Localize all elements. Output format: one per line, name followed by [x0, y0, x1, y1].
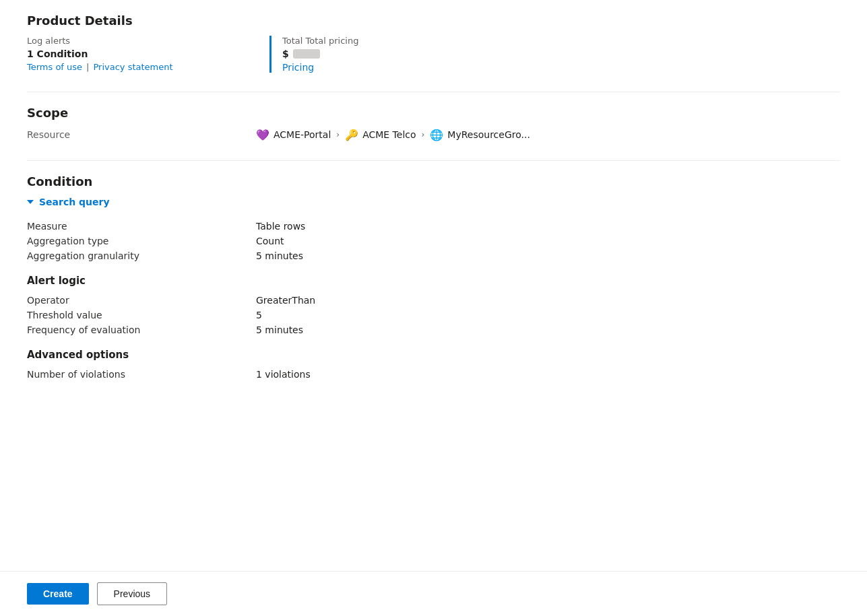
link-separator: |: [86, 62, 89, 72]
resource-label: Resource: [27, 129, 256, 140]
previous-button[interactable]: Previous: [97, 582, 167, 605]
operator-label: Operator: [27, 295, 256, 306]
terms-of-use-link[interactable]: Terms of use: [27, 62, 82, 72]
threshold-row: Threshold value 5: [27, 310, 840, 320]
breadcrumb-item-portal: 💜 ACME-Portal: [256, 128, 331, 141]
frequency-value: 5 minutes: [256, 324, 303, 335]
footer-bar: Create Previous: [0, 571, 867, 616]
product-details-row: Log alerts 1 Condition Terms of use | Pr…: [27, 36, 840, 73]
frequency-label: Frequency of evaluation: [27, 324, 256, 335]
alert-logic-group: Alert logic Operator GreaterThan Thresho…: [27, 275, 840, 335]
chevron-icon-1: ›: [336, 130, 340, 139]
violations-label: Number of violations: [27, 369, 256, 380]
frequency-row: Frequency of evaluation 5 minutes: [27, 324, 840, 335]
telco-label: ACME Telco: [362, 129, 416, 140]
divider-1: [27, 92, 840, 92]
breadcrumb-item-resource: 🌐 MyResourceGro...: [430, 128, 530, 141]
resource-icon: 🌐: [430, 128, 443, 141]
resource-row: Resource 💜 ACME-Portal › 🔑 ACME Telco › …: [27, 128, 840, 141]
condition-section: Condition Search query Measure Table row…: [27, 174, 840, 380]
aggregation-type-value: Count: [256, 236, 284, 246]
measure-value: Table rows: [256, 221, 305, 232]
condition-label: 1 Condition: [27, 48, 269, 59]
log-alerts-label: Log alerts: [27, 36, 269, 46]
privacy-statement-link[interactable]: Privacy statement: [93, 62, 172, 72]
price-blur: [293, 49, 320, 59]
page-container: Product Details Log alerts 1 Condition T…: [0, 0, 867, 616]
price-symbol: $: [282, 48, 289, 59]
aggregation-granularity-label: Aggregation granularity: [27, 250, 256, 261]
product-details-title: Product Details: [27, 13, 840, 28]
portal-icon: 💜: [256, 128, 269, 141]
product-left: Log alerts 1 Condition Terms of use | Pr…: [27, 36, 269, 73]
condition-title: Condition: [27, 174, 840, 189]
violations-value: 1 violations: [256, 369, 311, 380]
product-details-section: Product Details Log alerts 1 Condition T…: [27, 13, 840, 73]
chevron-down-icon: [27, 200, 34, 204]
aggregation-type-row: Aggregation type Count: [27, 236, 840, 246]
threshold-value: 5: [256, 310, 262, 320]
measure-label: Measure: [27, 221, 256, 232]
create-button[interactable]: Create: [27, 583, 89, 605]
total-pricing-label: Total Total pricing: [282, 36, 358, 46]
aggregation-granularity-row: Aggregation granularity 5 minutes: [27, 250, 840, 261]
alert-logic-title: Alert logic: [27, 275, 840, 287]
search-query-label: Search query: [39, 197, 110, 207]
search-query-row[interactable]: Search query: [27, 197, 840, 207]
scope-section: Scope Resource 💜 ACME-Portal › 🔑 ACME Te…: [27, 106, 840, 141]
measure-row: Measure Table rows: [27, 221, 840, 232]
violations-row: Number of violations 1 violations: [27, 369, 840, 380]
chevron-icon-2: ›: [422, 130, 425, 139]
links-row: Terms of use | Privacy statement: [27, 62, 269, 72]
pricing-link[interactable]: Pricing: [282, 62, 314, 73]
condition-details: Measure Table rows Aggregation type Coun…: [27, 221, 840, 261]
operator-row: Operator GreaterThan: [27, 295, 840, 306]
portal-label: ACME-Portal: [274, 129, 331, 140]
operator-value: GreaterThan: [256, 295, 315, 306]
product-pricing: Total Total pricing $ Pricing: [269, 36, 358, 73]
price-value: $: [282, 48, 358, 59]
aggregation-granularity-value: 5 minutes: [256, 250, 303, 261]
divider-2: [27, 160, 840, 161]
scope-title: Scope: [27, 106, 840, 120]
advanced-options-title: Advanced options: [27, 349, 840, 361]
aggregation-type-label: Aggregation type: [27, 236, 256, 246]
advanced-options-section: Advanced options Number of violations 1 …: [27, 349, 840, 380]
telco-icon: 🔑: [345, 128, 358, 141]
breadcrumb-row: 💜 ACME-Portal › 🔑 ACME Telco › 🌐 MyResou…: [256, 128, 530, 141]
resource-group-label: MyResourceGro...: [447, 129, 530, 140]
threshold-label: Threshold value: [27, 310, 256, 320]
breadcrumb-item-telco: 🔑 ACME Telco: [345, 128, 416, 141]
